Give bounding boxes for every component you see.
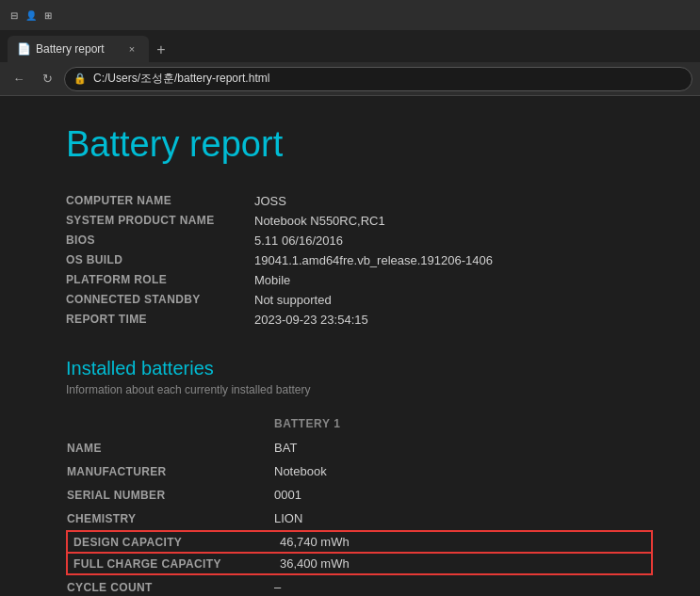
battery-row-label: CHEMISTRY: [67, 507, 274, 531]
new-tab-button[interactable]: +: [149, 38, 173, 62]
info-label: REPORT TIME: [66, 313, 254, 327]
battery-table-row: CYCLE COUNT–: [67, 574, 652, 596]
address-input[interactable]: [64, 67, 692, 91]
battery-table: BATTERY 1 NAMEBATMANUFACTURERNotebookSER…: [66, 411, 653, 596]
installed-batteries-title: Installed batteries: [66, 358, 653, 379]
info-value: Notebook N550RC,RC1: [254, 214, 385, 228]
info-label: COMPUTER NAME: [66, 194, 254, 208]
info-value: Not supported: [254, 293, 332, 307]
info-label: SYSTEM PRODUCT NAME: [66, 214, 254, 228]
battery-row-label: SERIAL NUMBER: [67, 483, 274, 507]
battery-table-row: DESIGN CAPACITY46,740 mWh: [67, 531, 652, 553]
battery-row-value: Notebook: [274, 459, 652, 483]
info-row: OS BUILD19041.1.amd64fre.vb_release.1912…: [66, 250, 653, 270]
battery-row-label: CYCLE COUNT: [67, 574, 274, 596]
tab-file-icon: 📄: [17, 42, 30, 56]
battery-row-value: 0001: [274, 483, 652, 507]
info-row: SYSTEM PRODUCT NAMENotebook N550RC,RC1: [66, 211, 653, 231]
info-row: BIOS5.11 06/16/2016: [66, 231, 653, 250]
info-row: CONNECTED STANDBYNot supported: [66, 290, 653, 310]
battery-table-row: SERIAL NUMBER0001: [67, 483, 652, 507]
battery-row-value: –: [274, 574, 652, 596]
page-content: Battery report COMPUTER NAMEJOSSSYSTEM P…: [0, 96, 700, 596]
info-value: JOSS: [254, 194, 286, 208]
page-title: Battery report: [66, 124, 653, 165]
tab-close-button[interactable]: ×: [124, 41, 139, 56]
battery-row-value: 46,740 mWh: [274, 531, 652, 553]
tab-label: Battery report: [36, 42, 105, 56]
person-icon[interactable]: 👤: [24, 8, 38, 22]
info-value: 5.11 06/16/2016: [254, 234, 343, 248]
battery-table-row: FULL CHARGE CAPACITY36,400 mWh: [67, 553, 652, 574]
info-value: 19041.1.amd64fre.vb_release.191206-1406: [254, 253, 493, 267]
info-row: PLATFORM ROLEMobile: [66, 270, 653, 290]
installed-batteries-subtitle: Information about each currently install…: [66, 383, 653, 396]
battery-table-row: CHEMISTRYLION: [67, 507, 652, 531]
battery-row-label: DESIGN CAPACITY: [67, 531, 274, 553]
battery-row-value: BAT: [274, 436, 652, 459]
browser-chrome: ⊟ 👤 ⊞ 📄 Battery report × + ← ↻ 🔒: [0, 0, 700, 96]
info-row: REPORT TIME2023-09-23 23:54:15: [66, 310, 653, 330]
installed-batteries-section: Installed batteries Information about ea…: [66, 358, 653, 596]
info-label: OS BUILD: [66, 253, 254, 267]
battery-column-header: BATTERY 1: [274, 411, 652, 436]
grid-icon[interactable]: ⊞: [41, 8, 55, 22]
address-bar-inner: 🔒: [64, 67, 692, 91]
back-button[interactable]: ←: [8, 68, 30, 90]
window-controls: ⊟ 👤 ⊞: [8, 8, 55, 22]
refresh-button[interactable]: ↻: [36, 68, 58, 90]
info-row: COMPUTER NAMEJOSS: [66, 191, 653, 211]
active-tab[interactable]: 📄 Battery report ×: [8, 36, 149, 62]
battery-table-row: MANUFACTURERNotebook: [67, 459, 652, 483]
info-value: Mobile: [254, 273, 290, 287]
title-bar: ⊟ 👤 ⊞: [0, 0, 700, 30]
battery-table-row: NAMEBAT: [67, 436, 652, 459]
address-bar: ← ↻ 🔒: [0, 62, 700, 96]
info-value: 2023-09-23 23:54:15: [254, 313, 368, 327]
tabs-bar: 📄 Battery report × +: [0, 30, 700, 62]
info-label: PLATFORM ROLE: [66, 273, 254, 287]
battery-row-label: FULL CHARGE CAPACITY: [67, 553, 274, 574]
system-info-table: COMPUTER NAMEJOSSSYSTEM PRODUCT NAMENote…: [66, 191, 653, 330]
battery-row-label: MANUFACTURER: [67, 459, 274, 483]
info-label: CONNECTED STANDBY: [66, 293, 254, 307]
battery-row-value: 36,400 mWh: [274, 553, 652, 574]
info-label: BIOS: [66, 234, 254, 248]
file-label: 🔒: [73, 72, 87, 85]
back-icon[interactable]: ⊟: [8, 8, 21, 22]
battery-row-value: LION: [274, 507, 652, 531]
battery-row-label: NAME: [67, 436, 274, 459]
